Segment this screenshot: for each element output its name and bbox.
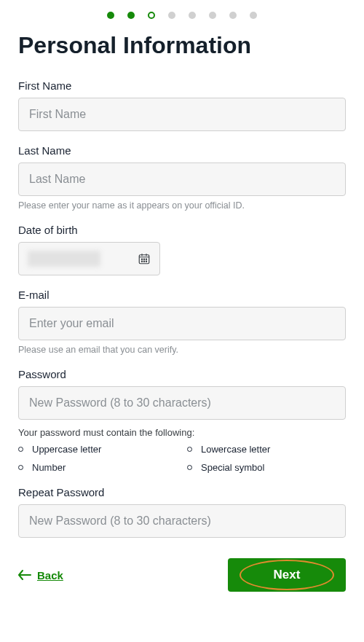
dob-input[interactable] xyxy=(18,242,160,275)
step-dot xyxy=(189,12,196,19)
calendar-icon[interactable] xyxy=(138,252,151,265)
last-name-field: Last Name Please enter your name as it a… xyxy=(18,144,346,211)
first-name-input[interactable] xyxy=(18,98,346,131)
back-link[interactable]: Back xyxy=(18,569,63,582)
page-title: Personal Information xyxy=(18,32,346,59)
arrow-left-icon xyxy=(18,570,31,580)
email-field: E-mail Please use an email that you can … xyxy=(18,289,346,355)
step-dot xyxy=(209,12,216,19)
first-name-label: First Name xyxy=(18,79,346,92)
next-button[interactable]: Next xyxy=(228,558,346,592)
email-input[interactable] xyxy=(18,307,346,340)
form-nav: Back Next xyxy=(18,558,346,592)
svg-point-5 xyxy=(143,261,144,262)
step-dot xyxy=(107,12,114,19)
email-helper: Please use an email that you can verify. xyxy=(18,345,346,355)
req-special: Special symbol xyxy=(187,462,346,473)
step-dot xyxy=(127,12,135,19)
step-dot xyxy=(229,12,237,19)
email-label: E-mail xyxy=(18,289,346,301)
svg-point-3 xyxy=(146,259,146,259)
last-name-label: Last Name xyxy=(18,144,346,157)
svg-point-2 xyxy=(143,259,144,259)
step-dot xyxy=(168,12,175,19)
svg-point-1 xyxy=(141,259,142,259)
password-reqs-title: Your password must contain the following… xyxy=(18,427,346,438)
password-requirements: Your password must contain the following… xyxy=(18,427,346,473)
step-dot xyxy=(148,12,155,19)
password-field: Password Your password must contain the … xyxy=(18,368,346,473)
repeat-password-label: Repeat Password xyxy=(18,486,346,498)
repeat-password-field: Repeat Password xyxy=(18,486,346,538)
last-name-input[interactable] xyxy=(18,163,346,196)
step-dot xyxy=(250,12,257,19)
req-uppercase: Uppercase letter xyxy=(18,444,177,455)
last-name-helper: Please enter your name as it appears on … xyxy=(18,200,346,211)
svg-point-4 xyxy=(141,261,142,262)
progress-stepper xyxy=(18,12,346,19)
dob-value-masked xyxy=(28,251,100,267)
password-input[interactable] xyxy=(18,386,346,420)
svg-point-6 xyxy=(146,261,146,262)
req-lowercase: Lowercase letter xyxy=(187,444,346,455)
dob-field: Date of birth xyxy=(18,224,346,275)
first-name-field: First Name xyxy=(18,79,346,131)
dob-label: Date of birth xyxy=(18,224,346,236)
repeat-password-input[interactable] xyxy=(18,504,346,538)
req-number: Number xyxy=(18,462,177,473)
back-label: Back xyxy=(37,569,63,582)
password-label: Password xyxy=(18,368,346,380)
